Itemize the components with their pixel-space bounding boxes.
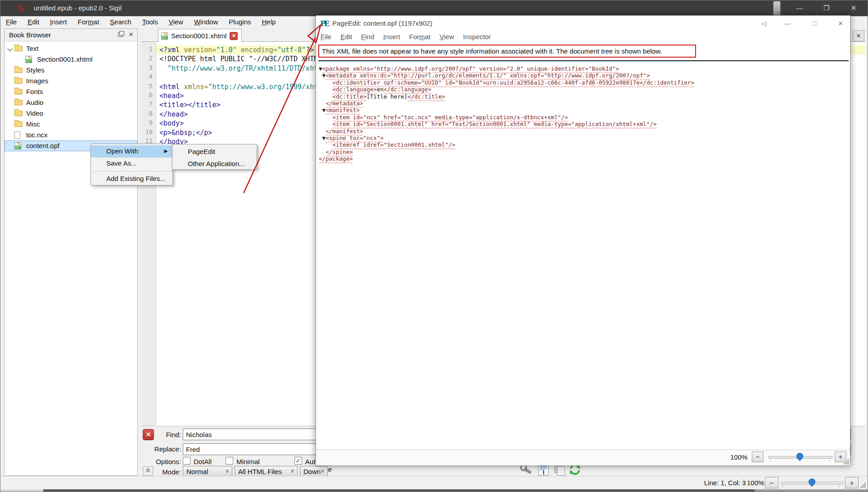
pageedit-menu-item-inspector[interactable]: Inspector: [459, 31, 496, 42]
menu-item-plugins[interactable]: Plugins: [223, 16, 256, 27]
double-chevron-up-icon: [145, 468, 151, 473]
folder-icon: [14, 111, 23, 116]
folder-icon: [14, 122, 23, 127]
menu-item-insert[interactable]: Insert: [45, 16, 72, 27]
xml-line-3: <dc:identifier opf:scheme="UUID" id="Boo…: [319, 79, 694, 86]
find-label: Find:: [154, 431, 181, 438]
xml-line-11: ▼<spine toc="ncx">: [319, 135, 694, 141]
pageedit-menu-item-edit[interactable]: Edit: [336, 31, 357, 42]
tab-close-icon[interactable]: ✕: [230, 32, 238, 40]
pageedit-menu-item-insert[interactable]: Insert: [379, 31, 405, 42]
minimize-icon[interactable]: —: [780, 17, 795, 30]
tree-item-fonts[interactable]: Fonts: [5, 86, 137, 97]
resize-grip[interactable]: [844, 459, 849, 465]
close-panel-icon[interactable]: ✕: [127, 31, 135, 38]
pageedit-window: PE PageEdit: content.opf (1197x902) ◁ — …: [316, 15, 850, 466]
menu-item-view[interactable]: View: [163, 16, 189, 27]
sigil-logo-icon: S: [18, 3, 24, 14]
checkbox-dotall[interactable]: [183, 457, 190, 465]
files-select[interactable]: All HTML Files∨: [235, 466, 298, 477]
xml-line-5: <dc:title>[Title here]</dc:title>: [319, 93, 694, 100]
close-find-icon[interactable]: ✕: [143, 429, 154, 440]
zoom-out-button[interactable]: −: [765, 477, 778, 488]
xml-line-12: <itemref idref="Section0001.xhtml"/>: [319, 141, 694, 148]
book-browser-tree: TextSection0001.xhtmlStylesImagesFontsAu…: [5, 43, 137, 151]
status-bar: Line: 1, Col: 3 100% − +: [0, 476, 868, 489]
checkbox-auto-tokenise[interactable]: ✓: [294, 457, 302, 465]
chevron-down-icon: ∨: [225, 468, 229, 474]
zoom-out-button[interactable]: −: [752, 451, 764, 462]
submenu-item-other-application[interactable]: Other Application...: [172, 158, 257, 170]
open-with-submenu: PageEditOther Application...: [172, 144, 257, 170]
tabbar-corner-close-icon[interactable]: ✕: [853, 30, 864, 41]
tab-section0001[interactable]: Section0001.xhtml ✕: [158, 29, 242, 42]
menu-item-label: Other Application...: [188, 160, 245, 167]
menu-item-window[interactable]: Window: [189, 16, 223, 27]
menu-item-search[interactable]: Search: [104, 16, 137, 27]
menu-item-file[interactable]: File: [0, 16, 22, 27]
pageedit-menu-item-find[interactable]: Find: [357, 31, 379, 42]
tree-item-video[interactable]: Video: [5, 108, 137, 119]
tree-item-label: Images: [26, 77, 48, 85]
window-title: untitled.epub - epub2.0 - Sigil: [34, 4, 122, 12]
close-icon[interactable]: ✕: [844, 0, 863, 15]
tree-item-text[interactable]: Text: [5, 43, 137, 54]
tree-item-images[interactable]: Images: [5, 76, 137, 86]
cursor-artifact: [773, 1, 781, 16]
pageedit-menu-item-view[interactable]: View: [435, 31, 458, 42]
tree-item-label: Text: [26, 45, 39, 52]
close-icon[interactable]: ✕: [833, 17, 848, 30]
menu-item-tools[interactable]: Tools: [137, 16, 163, 27]
maximize-icon[interactable]: ❒: [817, 0, 836, 15]
tree-item-misc[interactable]: Misc: [5, 119, 137, 130]
maximize-icon[interactable]: □: [807, 17, 822, 30]
folder-icon: [14, 46, 23, 51]
context-menu-item-open-with[interactable]: Open With▶: [91, 145, 172, 158]
tree-item-styles[interactable]: Styles: [5, 65, 137, 76]
html-icon: [25, 56, 32, 63]
menu-item-edit[interactable]: Edit: [22, 16, 45, 27]
pin-icon[interactable]: ◁: [756, 17, 772, 30]
pageedit-menu-item-file[interactable]: File: [316, 31, 336, 42]
tree-item-section0001-xhtml[interactable]: Section0001.xhtml: [5, 54, 137, 65]
menu-item-help[interactable]: Help: [257, 16, 281, 27]
zoom-slider-handle[interactable]: [795, 451, 805, 461]
folder-icon: [14, 100, 23, 105]
pageedit-menu-item-format[interactable]: Format: [405, 31, 435, 42]
xml-document-tree[interactable]: ▼<package xmlns="http://www.idpf.org/200…: [319, 65, 694, 162]
xml-line-8: <item id="ncx" href="toc.ncx" media-type…: [319, 114, 694, 121]
context-menu-item-save-as[interactable]: Save As...: [91, 158, 172, 170]
collapse-panel-button[interactable]: [143, 466, 153, 476]
mode-select[interactable]: Normal∨: [183, 466, 232, 477]
resize-grip[interactable]: [860, 483, 866, 488]
line-number: 7: [141, 100, 153, 108]
tree-item-label: Styles: [26, 66, 45, 74]
context-menu: Open With▶Save As...Add Existing Files..…: [90, 144, 173, 185]
book-browser-title: Book Browser: [9, 31, 51, 39]
xml-style-warning-text: This XML file does not appear to have an…: [322, 47, 662, 55]
float-panel-icon[interactable]: [116, 31, 124, 38]
tree-item-audio[interactable]: Audio: [5, 97, 137, 108]
pageedit-zoom-level: 100%: [730, 453, 747, 461]
minimize-icon[interactable]: —: [790, 0, 809, 15]
context-menu-item-add-existing-files[interactable]: Add Existing Files...: [91, 173, 172, 185]
direction-select[interactable]: Down∨: [300, 466, 328, 477]
xml-line-2: ▼<metadata xmlns:dc="http://purl.org/dc/…: [319, 72, 694, 79]
tree-item-toc-ncx[interactable]: toc.ncx: [5, 130, 137, 140]
chevron-expanded-icon[interactable]: [7, 46, 12, 51]
submenu-item-pageedit[interactable]: PageEdit: [172, 146, 257, 158]
file-icon: [14, 131, 20, 139]
zoom-in-button[interactable]: +: [845, 477, 859, 488]
xml-style-warning-box: This XML file does not appear to have an…: [318, 45, 696, 58]
checkbox-minimal-match[interactable]: [226, 457, 233, 465]
mode-label: Mode:: [154, 468, 181, 476]
pageedit-zoom-bar: 100% − +: [316, 450, 850, 465]
folder-icon: [14, 68, 23, 73]
menu-item-format[interactable]: Format: [72, 16, 105, 27]
options-label: Options:: [154, 458, 181, 465]
sigil-app-window: S untitled.epub - epub2.0 - Sigil — ❒ ✕ …: [0, 0, 868, 492]
line-number: 10: [141, 128, 153, 135]
line-number: 3: [141, 64, 153, 71]
pageedit-title-bar: PE PageEdit: content.opf (1197x902) ◁ — …: [316, 16, 850, 31]
zoom-slider-handle[interactable]: [807, 477, 817, 487]
